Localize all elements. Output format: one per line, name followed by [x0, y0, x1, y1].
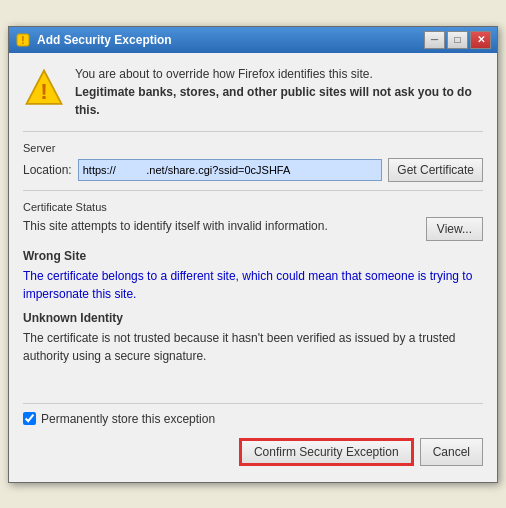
- unknown-identity-text: The certificate is not trusted because i…: [23, 329, 483, 365]
- wrong-site-section: Wrong Site The certificate belongs to a …: [23, 249, 483, 303]
- spacer: [23, 373, 483, 403]
- title-bar-left: ! Add Security Exception: [15, 32, 172, 48]
- unknown-identity-title: Unknown Identity: [23, 311, 483, 325]
- location-label: Location:: [23, 163, 72, 177]
- svg-text:!: !: [21, 35, 24, 46]
- cert-status-label: Certificate Status: [23, 201, 483, 213]
- warning-text: You are about to override how Firefox id…: [75, 65, 483, 119]
- dialog-content: ! You are about to override how Firefox …: [9, 53, 497, 482]
- permanently-store-checkbox[interactable]: [23, 412, 36, 425]
- wrong-site-title: Wrong Site: [23, 249, 483, 263]
- unknown-identity-section: Unknown Identity The certificate is not …: [23, 311, 483, 365]
- dialog-window: ! Add Security Exception ─ □ ✕ ! You are…: [8, 26, 498, 483]
- window-title: Add Security Exception: [37, 33, 172, 47]
- close-button[interactable]: ✕: [470, 31, 491, 49]
- warning-section: ! You are about to override how Firefox …: [23, 65, 483, 119]
- confirm-security-exception-button[interactable]: Confirm Security Exception: [239, 438, 414, 466]
- warning-line1: You are about to override how Firefox id…: [75, 67, 373, 81]
- server-section: Server Location: Get Certificate: [23, 131, 483, 182]
- button-row: Confirm Security Exception Cancel: [23, 438, 483, 466]
- checkbox-row: Permanently store this exception: [23, 403, 483, 426]
- cert-status-text: This site attempts to identify itself wi…: [23, 217, 418, 235]
- get-certificate-button[interactable]: Get Certificate: [388, 158, 483, 182]
- title-bar-controls: ─ □ ✕: [424, 31, 491, 49]
- view-button[interactable]: View...: [426, 217, 483, 241]
- permanently-store-label[interactable]: Permanently store this exception: [41, 412, 215, 426]
- server-label: Server: [23, 142, 483, 154]
- title-bar: ! Add Security Exception ─ □ ✕: [9, 27, 497, 53]
- minimize-button[interactable]: ─: [424, 31, 445, 49]
- cert-status-row: This site attempts to identify itself wi…: [23, 217, 483, 241]
- warning-triangle-icon: !: [23, 67, 65, 109]
- warning-line2: Legitimate banks, stores, and other publ…: [75, 85, 472, 117]
- location-row: Location: Get Certificate: [23, 158, 483, 182]
- maximize-button[interactable]: □: [447, 31, 468, 49]
- cancel-button[interactable]: Cancel: [420, 438, 483, 466]
- security-icon: !: [15, 32, 31, 48]
- svg-text:!: !: [40, 77, 48, 103]
- wrong-site-text: The certificate belongs to a different s…: [23, 267, 483, 303]
- location-input[interactable]: [78, 159, 383, 181]
- cert-status-section: Certificate Status This site attempts to…: [23, 190, 483, 241]
